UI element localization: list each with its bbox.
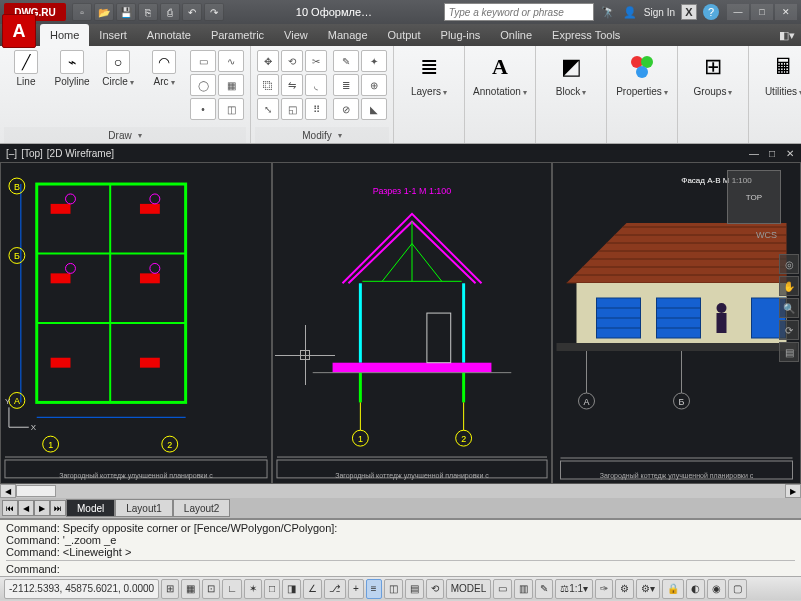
sheet-first-icon[interactable]: ⏮ — [2, 500, 18, 516]
selection-cycling-icon[interactable]: ⟲ — [426, 579, 444, 599]
nav-showmotion-icon[interactable]: ▤ — [779, 342, 799, 362]
ortho-mode-icon[interactable]: ∟ — [222, 579, 242, 599]
qat-save-icon[interactable]: 💾 — [116, 3, 136, 21]
exchange-icon[interactable]: X — [681, 4, 697, 20]
qat-new-icon[interactable]: ▫ — [72, 3, 92, 21]
arc-button[interactable]: ◠Arc — [142, 48, 186, 89]
hatch-icon[interactable]: ▦ — [218, 74, 244, 96]
join-icon[interactable]: ⊕ — [361, 74, 387, 96]
annotation-visibility-icon[interactable]: ✑ — [595, 579, 613, 599]
transparency-icon[interactable]: ◫ — [384, 579, 403, 599]
sheet-next-icon[interactable]: ▶ — [34, 500, 50, 516]
isolate-objects-icon[interactable]: ◉ — [707, 579, 726, 599]
user-icon[interactable]: 👤 — [622, 4, 638, 20]
application-menu-icon[interactable]: A — [2, 14, 36, 48]
polar-tracking-icon[interactable]: ✶ — [244, 579, 262, 599]
circle-button[interactable]: ○Circle — [96, 48, 140, 89]
doc-minimize-icon[interactable]: — — [747, 146, 761, 160]
scale-icon[interactable]: ◱ — [281, 98, 303, 120]
fillet-icon[interactable]: ◟ — [305, 74, 327, 96]
scroll-right-icon[interactable]: ▶ — [785, 484, 801, 498]
qat-print-icon[interactable]: ⎙ — [160, 3, 180, 21]
tab-parametric[interactable]: Parametric — [201, 24, 274, 46]
nav-pan-icon[interactable]: ✋ — [779, 276, 799, 296]
tab-express-tools[interactable]: Express Tools — [542, 24, 630, 46]
sheet-tab-model[interactable]: Model — [66, 499, 115, 517]
ribbon-options-icon[interactable]: ◧▾ — [773, 24, 801, 46]
move-icon[interactable]: ✥ — [257, 50, 279, 72]
quick-properties-icon[interactable]: ▤ — [405, 579, 424, 599]
annotation-scale-icon[interactable]: ✎ — [535, 579, 553, 599]
tab-insert[interactable]: Insert — [89, 24, 137, 46]
infer-constraints-icon[interactable]: ⊞ — [161, 579, 179, 599]
nav-zoom-icon[interactable]: 🔍 — [779, 298, 799, 318]
qat-redo-icon[interactable]: ↷ — [204, 3, 224, 21]
tab-plugins[interactable]: Plug-ins — [431, 24, 491, 46]
doc-maximize-icon[interactable]: □ — [765, 146, 779, 160]
chamfer-icon[interactable]: ◣ — [361, 98, 387, 120]
hardware-accel-icon[interactable]: ◐ — [686, 579, 705, 599]
explode-icon[interactable]: ✦ — [361, 50, 387, 72]
block-button[interactable]: ◩Block — [540, 48, 602, 99]
utilities-button[interactable]: 🖩Utilities — [753, 48, 801, 99]
viewport-style-control[interactable]: [2D Wireframe] — [47, 148, 114, 159]
draw-panel-label[interactable]: Draw — [4, 127, 246, 143]
polyline-button[interactable]: ⌁Polyline — [50, 48, 94, 89]
grid-display-icon[interactable]: ⊡ — [202, 579, 220, 599]
scale-display[interactable]: ⚖ 1:1 ▾ — [555, 579, 593, 599]
properties-button[interactable]: Properties — [611, 48, 673, 99]
doc-close-icon[interactable]: ✕ — [783, 146, 797, 160]
drawing-canvas[interactable]: В Б А 1 2 YX Загородный коттедж улучшенн… — [0, 162, 801, 484]
model-space-button[interactable]: MODEL — [446, 579, 492, 599]
search-input[interactable] — [444, 3, 594, 21]
sign-in-link[interactable]: Sign In — [644, 7, 675, 18]
tab-view[interactable]: View — [274, 24, 318, 46]
tab-annotate[interactable]: Annotate — [137, 24, 201, 46]
nav-wheel-icon[interactable]: ◎ — [779, 254, 799, 274]
tab-online[interactable]: Online — [490, 24, 542, 46]
tab-output[interactable]: Output — [378, 24, 431, 46]
binoculars-icon[interactable]: 🔭 — [600, 4, 616, 20]
tab-home[interactable]: Home — [40, 24, 89, 46]
sheet-prev-icon[interactable]: ◀ — [18, 500, 34, 516]
sheet-last-icon[interactable]: ⏭ — [50, 500, 66, 516]
tab-manage[interactable]: Manage — [318, 24, 378, 46]
nav-orbit-icon[interactable]: ⟳ — [779, 320, 799, 340]
qat-undo-icon[interactable]: ↶ — [182, 3, 202, 21]
workspace-switching-icon[interactable]: ⚙▾ — [636, 579, 660, 599]
trim-icon[interactable]: ✂ — [305, 50, 327, 72]
scroll-thumb[interactable] — [16, 485, 56, 497]
qat-open-icon[interactable]: 📂 — [94, 3, 114, 21]
quickview-layouts-icon[interactable]: ▭ — [493, 579, 512, 599]
groups-button[interactable]: ⊞Groups — [682, 48, 744, 99]
annotation-button[interactable]: AAnnotation — [469, 48, 531, 99]
autoscale-icon[interactable]: ⚙ — [615, 579, 634, 599]
spline-icon[interactable]: ∿ — [218, 50, 244, 72]
sheet-tab-layout1[interactable]: Layout1 — [115, 499, 173, 517]
viewport-view-control[interactable]: [Top] — [21, 148, 43, 159]
layers-button[interactable]: ≣Layers — [398, 48, 460, 99]
minimize-button[interactable]: — — [727, 4, 749, 20]
snap-mode-icon[interactable]: ▦ — [181, 579, 200, 599]
ducs-icon[interactable]: ⎇ — [324, 579, 346, 599]
3dosnap-icon[interactable]: ◨ — [282, 579, 301, 599]
horizontal-scrollbar[interactable]: ◀ ▶ — [0, 484, 801, 498]
viewport-restore-control[interactable]: [–] — [6, 148, 17, 159]
coordinate-display[interactable]: -2112.5393, 45875.6021, 0.0000 — [4, 579, 159, 599]
maximize-button[interactable]: □ — [751, 4, 773, 20]
copy-icon[interactable]: ⿻ — [257, 74, 279, 96]
qat-saveas-icon[interactable]: ⎘ — [138, 3, 158, 21]
sheet-tab-layout2[interactable]: Layout2 — [173, 499, 231, 517]
array-icon[interactable]: ⠿ — [305, 98, 327, 120]
lineweight-icon[interactable]: ≡ — [366, 579, 382, 599]
help-icon[interactable]: ? — [703, 4, 719, 20]
scroll-left-icon[interactable]: ◀ — [0, 484, 16, 498]
mirror-icon[interactable]: ⇋ — [281, 74, 303, 96]
clean-screen-icon[interactable]: ▢ — [728, 579, 747, 599]
ellipse-icon[interactable]: ◯ — [190, 74, 216, 96]
otrack-icon[interactable]: ∠ — [303, 579, 322, 599]
line-button[interactable]: ╱Line — [4, 48, 48, 89]
viewcube[interactable]: TOP — [727, 170, 781, 224]
close-button[interactable]: ✕ — [775, 4, 797, 20]
rotate-icon[interactable]: ⟲ — [281, 50, 303, 72]
